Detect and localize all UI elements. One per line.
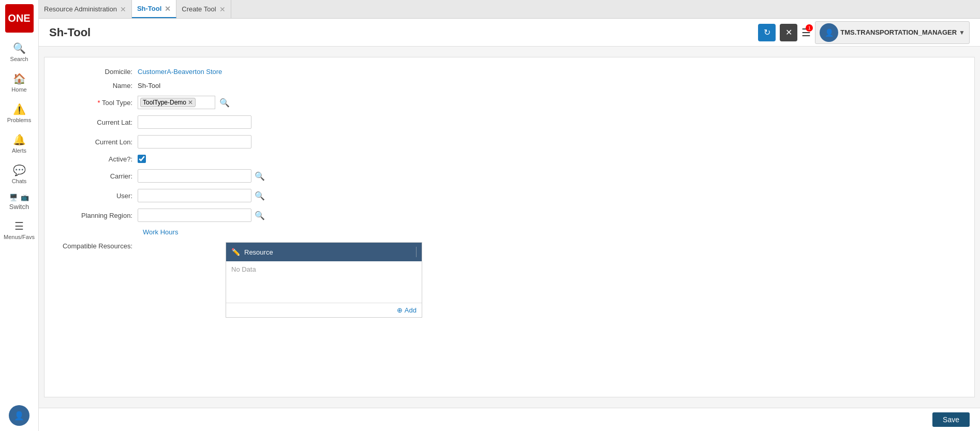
edit-icon: ✏️ bbox=[231, 248, 240, 256]
tab-resource-admin-label: Resource Administration bbox=[44, 5, 117, 13]
compatible-resources-table: ✏️ Resource No Data ⊕ Add bbox=[226, 242, 422, 318]
compatible-resources-label: Compatible Resources: bbox=[55, 242, 138, 250]
current-lon-input[interactable] bbox=[138, 135, 251, 148]
tool-type-tag-label: ToolType-Demo bbox=[143, 99, 186, 106]
user-field: 🔍 bbox=[138, 189, 266, 202]
close-icon: ✕ bbox=[785, 27, 792, 37]
current-lon-row: Current Lon: bbox=[55, 135, 964, 148]
sidebar-item-chats[interactable]: 💬 Chats bbox=[0, 159, 38, 189]
name-row: Name: Sh-Tool bbox=[55, 82, 964, 90]
domicile-value[interactable]: CustomerA-Beaverton Store bbox=[138, 68, 222, 76]
domicile-label: Domicile: bbox=[55, 68, 138, 76]
carrier-field: 🔍 bbox=[138, 169, 266, 183]
user-dropdown-container[interactable]: 👤 TMS.TRANSPORTATION_MANAGER ▼ bbox=[815, 21, 970, 44]
tab-sh-tool-label: Sh-Tool bbox=[137, 5, 161, 12]
sidebar-item-home-label: Home bbox=[11, 86, 26, 93]
current-lon-label: Current Lon: bbox=[55, 138, 138, 146]
tool-type-tag-close[interactable]: ✕ bbox=[188, 99, 193, 106]
save-button[interactable]: Save bbox=[932, 412, 970, 427]
warning-icon: ⚠️ bbox=[13, 103, 26, 115]
tool-type-row: Tool Type: ToolType-Demo ✕ 🔍 bbox=[55, 96, 964, 109]
planning-region-field: 🔍 bbox=[138, 209, 266, 222]
sidebar-item-alerts[interactable]: 🔔 Alerts bbox=[0, 128, 38, 159]
home-icon: 🏠 bbox=[13, 72, 26, 85]
close-button[interactable]: ✕ bbox=[780, 24, 797, 41]
sidebar-item-home[interactable]: 🏠 Home bbox=[0, 67, 38, 98]
add-resource-button[interactable]: ⊕ Add bbox=[397, 306, 417, 314]
name-value: Sh-Tool bbox=[138, 82, 160, 90]
sidebar-item-problems[interactable]: ⚠️ Problems bbox=[0, 98, 38, 128]
planning-region-input[interactable] bbox=[138, 209, 251, 222]
sidebar-user-avatar[interactable]: 👤 bbox=[9, 405, 29, 426]
user-dropdown-button[interactable]: ▼ bbox=[959, 29, 965, 36]
refresh-icon: ↻ bbox=[764, 27, 770, 37]
user-name: TMS.TRANSPORTATION_MANAGER bbox=[840, 28, 957, 36]
switch-icon-1: 🖥️ bbox=[9, 194, 18, 201]
active-checkbox[interactable] bbox=[138, 155, 146, 163]
tool-type-label: Tool Type: bbox=[55, 99, 138, 107]
sidebar-avatar-icon: 👤 bbox=[14, 411, 24, 421]
sidebar: ONE 🔍 Search 🏠 Home ⚠️ Problems 🔔 Alerts… bbox=[0, 0, 39, 431]
app-logo[interactable]: ONE bbox=[5, 4, 34, 33]
sidebar-item-search[interactable]: 🔍 Search bbox=[0, 37, 38, 67]
refresh-button[interactable]: ↻ bbox=[758, 24, 776, 41]
column-divider bbox=[416, 247, 417, 257]
sidebar-item-menus[interactable]: ☰ Menus/Favs bbox=[0, 215, 38, 245]
notification-badge: 1 bbox=[806, 24, 813, 32]
tool-type-field: ToolType-Demo ✕ 🔍 bbox=[138, 96, 231, 109]
resources-table-header: ✏️ Resource bbox=[226, 243, 422, 261]
user-search-button[interactable]: 🔍 bbox=[254, 191, 266, 201]
tab-sh-tool-close[interactable]: ✕ bbox=[165, 5, 171, 12]
header-bar: Sh-Tool ↻ ✕ ☰ 1 👤 TMS.TRANSPORTATION_MAN… bbox=[39, 19, 980, 47]
bell-icon: 🔔 bbox=[13, 133, 26, 146]
sidebar-item-chats-label: Chats bbox=[12, 178, 27, 184]
sidebar-item-switch[interactable]: 🖥️ 📺 Switch bbox=[0, 189, 38, 215]
active-row: Active?: bbox=[55, 155, 964, 163]
user-input[interactable] bbox=[138, 189, 251, 202]
resource-column-header: Resource bbox=[244, 248, 412, 256]
user-avatar: 👤 bbox=[820, 23, 838, 42]
tabs-bar: Resource Administration ✕ Sh-Tool ✕ Crea… bbox=[39, 0, 980, 19]
tab-resource-administration[interactable]: Resource Administration ✕ bbox=[39, 0, 132, 18]
planning-region-search-button[interactable]: 🔍 bbox=[254, 211, 266, 220]
chat-icon: 💬 bbox=[13, 164, 26, 176]
compatible-resources-row: Compatible Resources: ✏️ Resource No Dat… bbox=[55, 242, 964, 318]
resources-table-body: No Data bbox=[226, 261, 422, 303]
work-hours-link[interactable]: Work Hours bbox=[143, 228, 964, 236]
tab-sh-tool[interactable]: Sh-Tool ✕ bbox=[132, 0, 176, 18]
sidebar-item-search-label: Search bbox=[10, 56, 28, 62]
name-label: Name: bbox=[55, 82, 138, 90]
active-label: Active?: bbox=[55, 155, 138, 163]
planning-region-label: Planning Region: bbox=[55, 212, 138, 219]
carrier-input[interactable] bbox=[138, 169, 251, 183]
main-content: Resource Administration ✕ Sh-Tool ✕ Crea… bbox=[39, 0, 980, 431]
planning-region-row: Planning Region: 🔍 bbox=[55, 209, 964, 222]
tab-resource-admin-close[interactable]: ✕ bbox=[120, 6, 126, 13]
current-lat-row: Current Lat: bbox=[55, 115, 964, 129]
carrier-label: Carrier: bbox=[55, 172, 138, 180]
content-area: Domicile: CustomerA-Beaverton Store Name… bbox=[39, 47, 980, 408]
tab-create-tool-label: Create Tool bbox=[182, 5, 216, 13]
add-label: Add bbox=[405, 306, 417, 314]
tool-type-tag: ToolType-Demo ✕ bbox=[140, 98, 196, 107]
carrier-search-button[interactable]: 🔍 bbox=[254, 171, 266, 181]
domicile-row: Domicile: CustomerA-Beaverton Store bbox=[55, 68, 964, 76]
user-label: User: bbox=[55, 192, 138, 200]
switch-icon-2: 📺 bbox=[21, 194, 29, 201]
add-icon: ⊕ bbox=[397, 306, 403, 314]
tool-type-search-button[interactable]: 🔍 bbox=[218, 98, 231, 108]
tab-create-tool-close[interactable]: ✕ bbox=[219, 6, 226, 13]
menu-button[interactable]: ☰ 1 bbox=[801, 26, 811, 39]
search-icon: 🔍 bbox=[13, 42, 26, 54]
menu-icon: ☰ bbox=[14, 220, 24, 232]
footer-bar: Save bbox=[39, 408, 980, 431]
sidebar-item-switch-label: Switch bbox=[9, 203, 29, 211]
tool-type-input[interactable]: ToolType-Demo ✕ bbox=[138, 96, 215, 109]
header-actions: ↻ ✕ ☰ 1 👤 TMS.TRANSPORTATION_MANAGER ▼ bbox=[758, 21, 970, 44]
sidebar-item-menus-label: Menus/Favs bbox=[4, 234, 35, 240]
page-title: Sh-Tool bbox=[49, 26, 758, 39]
tab-create-tool[interactable]: Create Tool ✕ bbox=[176, 0, 231, 18]
current-lat-input[interactable] bbox=[138, 115, 251, 129]
carrier-row: Carrier: 🔍 bbox=[55, 169, 964, 183]
sidebar-item-problems-label: Problems bbox=[7, 117, 31, 123]
